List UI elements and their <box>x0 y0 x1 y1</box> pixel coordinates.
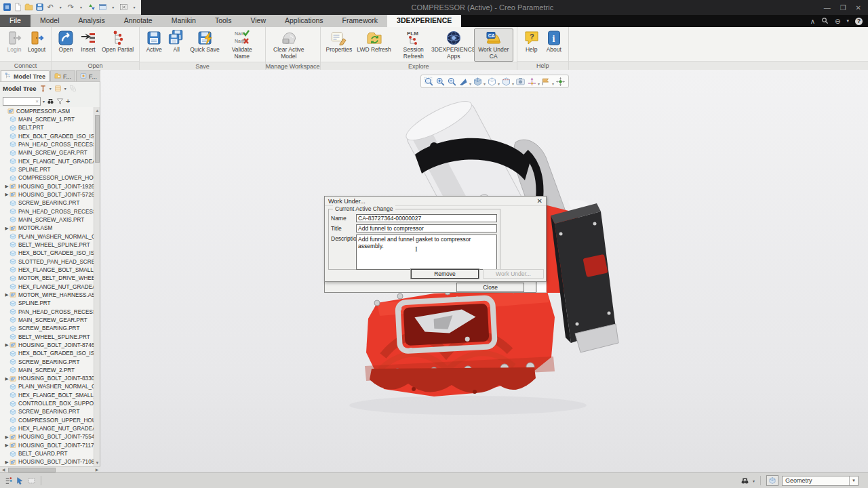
scroll-up-icon[interactable]: ▲ <box>94 107 100 114</box>
chevron-down-icon[interactable]: ▾ <box>846 18 849 24</box>
tree-item[interactable]: HEX_FLANGE_BOLT_SMALL_I <box>0 391 94 399</box>
new-file-icon[interactable] <box>14 3 22 12</box>
remove-button[interactable]: Remove <box>411 269 479 279</box>
zoom-out-icon[interactable] <box>447 77 457 87</box>
tree-item[interactable]: ▶HOUSING_BOLT_JOINT-7108 <box>0 458 94 466</box>
tree-item[interactable]: SLOTTED_PAN_HEAD_SCREW <box>0 258 94 266</box>
tab-tools[interactable]: Tools <box>205 15 241 27</box>
tree-item[interactable]: CONTROLLER_BOX_SUPPORT <box>0 399 94 407</box>
tree-item[interactable]: ▶MOTOR_WIRE_HARNESS.ASM <box>0 291 94 299</box>
clear-search-icon[interactable]: × <box>35 98 39 104</box>
tree-item[interactable]: MAIN_SCREW_2.PRT <box>0 366 94 374</box>
search-binoculars-icon[interactable] <box>741 476 749 485</box>
tree-item[interactable]: SCREW_BEARING.PRT <box>0 199 94 207</box>
select-box-icon[interactable] <box>27 476 36 485</box>
tree-item[interactable]: PLAIN_WASHER_NORMAL_G <box>0 232 94 241</box>
open-model-button[interactable]: Open <box>55 28 77 55</box>
clear-model-button[interactable]: Clear Active Model <box>269 28 309 62</box>
tree-item[interactable]: COMPRESSOR.ASM <box>0 107 94 115</box>
repaint-icon[interactable] <box>458 77 469 87</box>
tree-item[interactable]: HEX_FLANGE_BOLT_SMALL_I <box>0 266 94 274</box>
tree-search-input[interactable]: × <box>3 97 41 106</box>
tree-item[interactable]: HEX_FLANGE_NUT_GRADEA_ <box>0 283 94 291</box>
chevron-down-icon[interactable]: ▾ <box>50 86 52 91</box>
validate-name-button[interactable]: NamNa@Validate Name <box>222 28 262 62</box>
close-icon[interactable]: ✕ <box>537 198 542 205</box>
open-partial-button[interactable]: Open Partial <box>100 28 136 55</box>
filter-icon[interactable] <box>56 98 64 105</box>
display-style-icon[interactable] <box>487 77 497 87</box>
section-view-icon[interactable] <box>501 77 511 87</box>
scrollbar-thumb[interactable] <box>95 115 100 163</box>
chevron-down-icon[interactable]: ▾ <box>469 81 471 86</box>
redo-icon[interactable]: ↷ <box>66 3 75 12</box>
tree-item[interactable]: SCREW_BEARING.PRT <box>0 325 94 333</box>
tree-item[interactable]: SCREW_BEARING.PRT <box>0 408 94 416</box>
properties-button[interactable]: Properties <box>324 28 355 55</box>
description-field[interactable]: Add funnel and funnel gasket to compress… <box>356 235 497 270</box>
annotation-display-icon[interactable] <box>541 77 551 87</box>
chevron-down-icon[interactable]: ▾ <box>753 479 755 483</box>
chevron-down-icon[interactable]: ▾ <box>43 99 45 104</box>
logout-button[interactable]: Logout <box>26 28 47 55</box>
app-icon[interactable] <box>3 3 12 12</box>
tree-item[interactable]: MAIN_SCREW_AXIS.PRT <box>0 216 94 224</box>
tree-item[interactable]: COMPRESSOR_UPPER_HOUS <box>0 416 94 424</box>
expand-icon[interactable]: ▶ <box>4 342 9 348</box>
tree-item[interactable]: PLAIN_WASHER_NORMAL_G <box>0 383 94 391</box>
scrollbar-thumb[interactable] <box>8 468 56 472</box>
session-refresh-button[interactable]: PLMSession Refresh <box>394 28 433 62</box>
chevron-down-icon[interactable]: ▾ <box>498 81 500 86</box>
zoom-in-icon[interactable] <box>435 77 446 87</box>
shaded-view-icon[interactable] <box>473 77 483 87</box>
dx-apps-button[interactable]: 3DEXPERIENCE Apps <box>434 28 473 62</box>
close-window-icon[interactable] <box>119 3 128 12</box>
tree-item[interactable]: ▶HOUSING_BOLT_JOINT-8746 <box>0 341 94 349</box>
save-active-button[interactable]: Active <box>143 28 165 55</box>
panel-tab-folder-browser[interactable]: F... <box>50 70 75 81</box>
tree-item[interactable]: HEX_BOLT_GRADEB_ISO_ISO <box>0 350 94 358</box>
tree-item[interactable]: BELT_WHEEL_SPLINE.PRT <box>0 333 94 341</box>
chevron-down-icon[interactable]: ▾ <box>512 81 514 86</box>
tree-item[interactable]: ▶HOUSING_BOLT_JOINT-7117 <box>0 441 94 449</box>
tree-vertical-scrollbar[interactable]: ▲ ▼ <box>94 107 100 466</box>
insert-model-button[interactable]: Insert <box>77 28 99 55</box>
tree-item[interactable]: COMPRESSOR_LOWER_HOU <box>0 174 94 182</box>
expand-icon[interactable]: ▶ <box>4 226 9 231</box>
search-icon[interactable] <box>821 17 829 26</box>
chevron-down-icon[interactable]: ▾ <box>552 81 554 86</box>
tree-item[interactable]: ▶HOUSING_BOLT_JOINT-8330 <box>0 375 94 383</box>
minimize-button[interactable]: — <box>824 4 831 12</box>
tree-item[interactable]: HEX_FLANGE_NUT_GRADEA_ <box>0 424 94 432</box>
tree-item[interactable]: PAN_HEAD_CROSS_RECESS_S <box>0 308 94 316</box>
help-icon[interactable]: ? <box>855 18 863 25</box>
expand-icon[interactable]: ▶ <box>4 443 9 448</box>
selection-filter-dropdown[interactable]: Geometry ▼ <box>782 476 859 486</box>
tree-item[interactable]: ▶HOUSING_BOLT_JOINT-7554 <box>0 433 94 441</box>
save-icon[interactable] <box>35 3 44 12</box>
expand-icon[interactable]: ▶ <box>4 376 9 382</box>
close-button[interactable]: Close <box>456 283 524 292</box>
tree-item[interactable]: BELT_WHEEL_SPLINE.PRT <box>0 241 94 249</box>
tree-item[interactable]: MAIN_SCREW_1.PRT <box>0 115 94 123</box>
tree-item[interactable]: MAIN_SCREW_GEAR.PRT <box>0 149 94 157</box>
chevron-down-icon[interactable]: ▾ <box>64 86 66 91</box>
tab-manikin[interactable]: Manikin <box>162 15 205 27</box>
tree-item[interactable]: ▶HOUSING_BOLT_JOINT-5726 <box>0 190 94 199</box>
tree-item[interactable]: HEX_FLANGE_NUT_GRADEA_ <box>0 157 94 165</box>
caret-icon[interactable]: ▾ <box>56 3 64 12</box>
tree-item[interactable]: BELT.PRT <box>0 124 94 132</box>
tree-settings-icon[interactable] <box>39 85 47 92</box>
find-icon[interactable] <box>47 98 54 105</box>
collapse-ribbon-icon[interactable]: ∧ <box>810 18 815 25</box>
tree-item[interactable]: BELT_GUARD.PRT <box>0 449 94 458</box>
tab-view[interactable]: View <box>241 15 275 27</box>
expand-all-icon[interactable]: + <box>66 97 70 105</box>
help-button[interactable]: ?Help <box>521 28 542 55</box>
tree-item[interactable]: HEX_BOLT_GRADEB_ISO_ISO <box>0 249 94 258</box>
toggle-tree-icon[interactable] <box>4 476 13 485</box>
expand-icon[interactable]: ▶ <box>4 292 9 298</box>
tree-item[interactable]: PAN_HEAD_CROSS_RECESS_S <box>0 140 94 148</box>
caret-icon[interactable]: ▾ <box>130 3 138 12</box>
regenerate-icon[interactable] <box>87 3 96 12</box>
